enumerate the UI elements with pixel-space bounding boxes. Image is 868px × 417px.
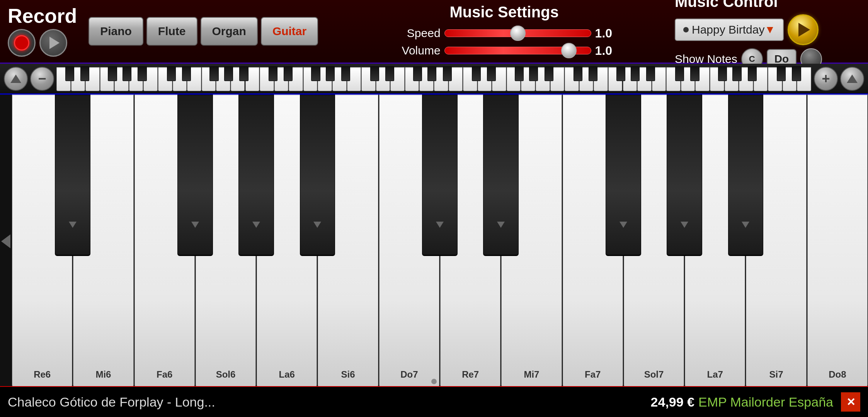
music-control-title: Music Control	[675, 0, 778, 10]
mini-black-key[interactable]	[224, 66, 233, 81]
mini-black-key[interactable]	[574, 66, 582, 81]
mini-black-key[interactable]	[341, 66, 350, 81]
key-marker-icon	[681, 222, 688, 228]
instrument-flute[interactable]: Flute	[146, 17, 197, 46]
black-key[interactable]	[667, 95, 702, 256]
mini-black-key[interactable]	[646, 66, 655, 81]
instrument-piano[interactable]: Piano	[89, 17, 143, 46]
mini-black-key[interactable]	[182, 66, 191, 81]
mini-black-key[interactable]	[718, 66, 727, 81]
mini-black-key[interactable]	[80, 66, 89, 81]
mini-black-key[interactable]	[631, 66, 640, 81]
note-do-label: Do	[774, 53, 789, 65]
top-bar: Record Piano Flute Organ Guitar Music Se…	[0, 0, 868, 64]
black-key[interactable]	[177, 95, 213, 256]
dropdown-arrow-icon: ▼	[764, 24, 775, 36]
black-key[interactable]	[55, 95, 90, 256]
ad-text: Chaleco Gótico de Forplay - Long...	[8, 395, 647, 410]
black-key[interactable]	[300, 95, 335, 256]
mini-black-key[interactable]	[545, 66, 553, 81]
mini-black-key[interactable]	[239, 66, 248, 81]
ad-store: EMP Mailorder España	[698, 395, 833, 410]
speed-slider[interactable]	[444, 29, 591, 37]
mini-black-key[interactable]	[472, 66, 481, 81]
mini-black-key[interactable]	[284, 66, 293, 81]
mini-black-key[interactable]	[690, 66, 699, 81]
key-label: La7	[707, 369, 723, 380]
music-control-section: Music Control Happy Birtday ▼ Show Notes…	[675, 0, 853, 70]
black-key[interactable]	[238, 95, 274, 256]
octave-up-left-button[interactable]	[4, 67, 28, 91]
mini-black-key[interactable]	[589, 66, 597, 81]
key-marker-icon	[69, 222, 77, 228]
mini-black-key[interactable]	[413, 66, 422, 81]
key-label: Fa7	[585, 369, 601, 380]
key-label: Si6	[341, 369, 355, 380]
mini-black-key[interactable]	[370, 66, 379, 81]
mini-black-key[interactable]	[65, 66, 74, 81]
key-marker-icon	[742, 222, 749, 228]
close-icon: ✕	[846, 396, 855, 409]
music-control-play-button[interactable]	[788, 14, 819, 45]
record-button[interactable]	[8, 29, 36, 57]
volume-slider-thumb[interactable]	[561, 43, 577, 58]
mini-black-key[interactable]	[123, 66, 131, 81]
up-arrow-right-icon	[847, 75, 858, 83]
ad-close-button[interactable]: ✕	[841, 392, 860, 412]
mini-black-key[interactable]	[529, 66, 538, 81]
mini-black-key[interactable]	[748, 66, 757, 81]
black-key[interactable]	[483, 95, 519, 256]
mini-black-key[interactable]	[443, 66, 452, 81]
mini-black-key[interactable]	[108, 66, 117, 81]
play-gold-icon	[798, 23, 810, 37]
mini-black-key[interactable]	[427, 66, 436, 81]
page-dot-indicator	[431, 379, 437, 384]
play-button-top[interactable]	[39, 29, 67, 57]
zoom-out-button[interactable]: −	[30, 67, 54, 91]
volume-row: Volume 1.0	[341, 44, 667, 58]
scroll-left-indicator[interactable]	[0, 230, 12, 253]
record-section: Record	[8, 6, 77, 57]
black-key[interactable]	[606, 95, 641, 256]
volume-value: 1.0	[595, 44, 618, 58]
speed-row: Speed 1.0	[341, 26, 667, 41]
key-marker-icon	[497, 222, 505, 228]
note-c-label: C	[749, 54, 755, 64]
key-marker-icon	[436, 222, 444, 228]
instrument-guitar[interactable]: Guitar	[261, 17, 318, 46]
speed-label: Speed	[390, 27, 441, 40]
mini-black-key[interactable]	[777, 66, 786, 81]
key-marker-icon	[191, 222, 199, 228]
key-label: Do7	[400, 369, 418, 380]
mini-black-key[interactable]	[269, 66, 277, 81]
mini-black-key[interactable]	[385, 66, 394, 81]
key-label: Fa6	[157, 369, 172, 380]
key-label: Sol6	[216, 369, 236, 380]
speed-slider-thumb[interactable]	[510, 25, 526, 41]
black-key[interactable]	[422, 95, 458, 256]
key-marker-icon	[252, 222, 260, 228]
key-label: La6	[279, 369, 295, 380]
white-key[interactable]: Do8	[807, 95, 868, 388]
minus-icon: −	[38, 71, 46, 87]
zoom-in-button[interactable]: +	[814, 67, 838, 91]
mini-black-key[interactable]	[616, 66, 625, 81]
mini-black-key[interactable]	[326, 66, 335, 81]
music-settings-title: Music Settings	[449, 3, 558, 21]
instrument-organ[interactable]: Organ	[201, 17, 258, 46]
mini-keyboard[interactable]	[56, 66, 812, 91]
ad-banner: Chaleco Gótico de Forplay - Long... 24,9…	[0, 386, 868, 417]
mini-black-key[interactable]	[487, 66, 496, 81]
song-name-box[interactable]: Happy Birtday ▼	[675, 19, 784, 41]
mini-black-key[interactable]	[209, 66, 218, 81]
mini-black-key[interactable]	[311, 66, 320, 81]
volume-slider[interactable]	[444, 47, 591, 54]
mini-black-key[interactable]	[675, 66, 684, 81]
mini-black-key[interactable]	[138, 66, 146, 81]
mini-black-key[interactable]	[792, 66, 801, 81]
mini-black-key[interactable]	[515, 66, 524, 81]
octave-up-right-button[interactable]	[840, 67, 864, 91]
black-key[interactable]	[728, 95, 764, 256]
mini-black-key[interactable]	[732, 66, 741, 81]
mini-black-key[interactable]	[167, 66, 176, 81]
